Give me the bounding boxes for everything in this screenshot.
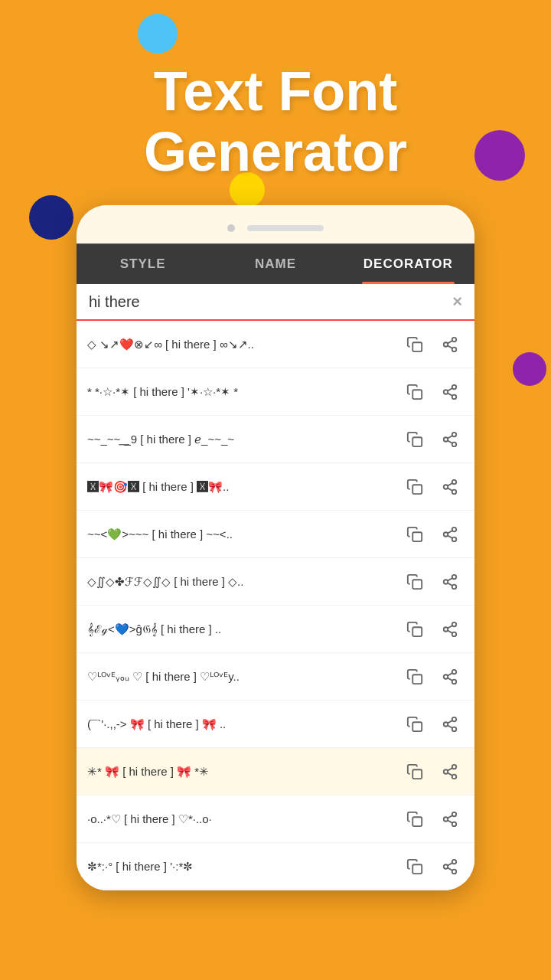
svg-line-58 xyxy=(448,773,452,776)
search-bar: × xyxy=(77,284,474,321)
copy-button[interactable] xyxy=(401,331,429,358)
copy-button[interactable] xyxy=(401,568,429,596)
tab-style[interactable]: STYLE xyxy=(77,244,209,284)
svg-point-51 xyxy=(452,727,457,732)
svg-line-40 xyxy=(448,630,452,633)
search-clear-button[interactable]: × xyxy=(452,292,462,312)
copy-button[interactable] xyxy=(401,378,429,406)
svg-line-59 xyxy=(448,768,452,771)
font-item: ◇∬◇✤ℱℱ◇∬◇ [ hi there ] ◇.. xyxy=(77,558,474,606)
font-actions xyxy=(401,710,464,738)
font-text: ✳* 🎀 [ hi there ] 🎀 *✳ xyxy=(87,763,401,779)
svg-point-67 xyxy=(452,860,457,864)
svg-point-44 xyxy=(444,675,448,679)
font-item-highlighted: ✳* 🎀 [ hi there ] 🎀 *✳ xyxy=(77,748,474,795)
font-item: 𝄞ℰℊ<💙>ĝ𝔊𝄞 [ hi there ] .. xyxy=(77,606,474,653)
svg-line-10 xyxy=(448,393,452,396)
svg-point-31 xyxy=(452,575,457,580)
font-actions xyxy=(401,616,464,643)
svg-point-39 xyxy=(452,632,457,637)
copy-button[interactable] xyxy=(401,616,429,643)
svg-rect-60 xyxy=(412,817,422,826)
svg-rect-66 xyxy=(412,864,422,874)
share-button[interactable] xyxy=(436,331,464,358)
svg-point-32 xyxy=(444,580,448,584)
font-item: 🆇🎀🎯🆇 [ hi there ] 🆇🎀.. xyxy=(77,463,474,511)
header: Text Font Generator xyxy=(0,0,551,182)
copy-button[interactable] xyxy=(401,663,429,691)
svg-point-57 xyxy=(452,775,457,779)
svg-point-21 xyxy=(452,490,457,495)
share-button[interactable] xyxy=(436,805,464,833)
svg-rect-6 xyxy=(412,390,422,399)
svg-point-15 xyxy=(452,443,457,447)
copy-button[interactable] xyxy=(401,426,429,453)
font-item: ·o..·*♡ [ hi there ] ♡*·..o· xyxy=(77,795,474,843)
search-input[interactable] xyxy=(89,293,452,311)
svg-point-56 xyxy=(444,769,448,774)
svg-point-50 xyxy=(444,722,448,727)
svg-point-38 xyxy=(444,627,448,632)
svg-point-26 xyxy=(444,532,448,537)
svg-line-16 xyxy=(448,440,452,443)
font-text: ~~_~~ ͟_9 [ hi there ] ℯ_~~_~ xyxy=(87,431,401,447)
font-item: (¯`'·.,,-> 🎀 [ hi there ] 🎀 .. xyxy=(77,701,474,748)
share-button[interactable] xyxy=(436,426,464,453)
tab-name[interactable]: NAME xyxy=(209,244,341,284)
copy-button[interactable] xyxy=(401,853,429,880)
font-text: 𝄞ℰℊ<💙>ĝ𝔊𝄞 [ hi there ] .. xyxy=(87,621,401,637)
svg-line-11 xyxy=(448,388,452,391)
copy-button[interactable] xyxy=(401,805,429,833)
copy-button[interactable] xyxy=(401,710,429,738)
font-actions xyxy=(401,758,464,786)
svg-line-53 xyxy=(448,720,452,724)
share-button[interactable] xyxy=(436,758,464,786)
share-button[interactable] xyxy=(436,663,464,691)
font-text: ✼*:·° [ hi there ] '·:*✼ xyxy=(87,858,401,874)
font-actions xyxy=(401,521,464,548)
tab-bar: STYLE NAME DECORATOR xyxy=(77,243,474,284)
font-item: * *·☆·*✶ [ hi there ] '✶·☆·*✶ * xyxy=(77,368,474,416)
svg-point-25 xyxy=(452,528,457,532)
svg-line-29 xyxy=(448,531,452,534)
share-button[interactable] xyxy=(436,616,464,643)
svg-line-4 xyxy=(448,345,452,348)
svg-line-28 xyxy=(448,535,452,538)
share-button[interactable] xyxy=(436,853,464,880)
copy-button[interactable] xyxy=(401,473,429,501)
font-actions xyxy=(401,331,464,358)
share-button[interactable] xyxy=(436,521,464,548)
svg-point-68 xyxy=(444,864,448,869)
svg-point-7 xyxy=(452,385,457,390)
copy-button[interactable] xyxy=(401,758,429,786)
svg-rect-36 xyxy=(412,627,422,636)
svg-rect-42 xyxy=(412,675,422,684)
svg-point-33 xyxy=(452,585,457,590)
svg-point-14 xyxy=(444,437,448,442)
svg-point-27 xyxy=(452,537,457,542)
svg-point-19 xyxy=(452,480,457,485)
svg-point-62 xyxy=(444,817,448,822)
svg-point-13 xyxy=(452,433,457,437)
app-title: Text Font Generator xyxy=(121,61,430,182)
svg-point-20 xyxy=(444,485,448,489)
share-button[interactable] xyxy=(436,378,464,406)
svg-line-64 xyxy=(448,820,452,823)
svg-point-3 xyxy=(452,348,457,352)
tab-decorator[interactable]: DECORATOR xyxy=(342,244,474,284)
svg-line-17 xyxy=(448,436,452,439)
svg-line-23 xyxy=(448,483,452,486)
font-list: ◇ ↘↗❤️⊗↙∞ [ hi there ] ∞↘↗.. * *·☆·*✶ [ … xyxy=(77,321,474,890)
svg-line-52 xyxy=(448,725,452,728)
font-actions xyxy=(401,473,464,501)
share-button[interactable] xyxy=(436,568,464,596)
share-button[interactable] xyxy=(436,473,464,501)
svg-point-69 xyxy=(452,870,457,874)
svg-point-2 xyxy=(444,342,448,347)
share-button[interactable] xyxy=(436,710,464,738)
svg-line-35 xyxy=(448,578,452,581)
copy-button[interactable] xyxy=(401,521,429,548)
font-text: 🆇🎀🎯🆇 [ hi there ] 🆇🎀.. xyxy=(87,479,401,495)
svg-point-45 xyxy=(452,680,457,684)
svg-line-47 xyxy=(448,673,452,676)
